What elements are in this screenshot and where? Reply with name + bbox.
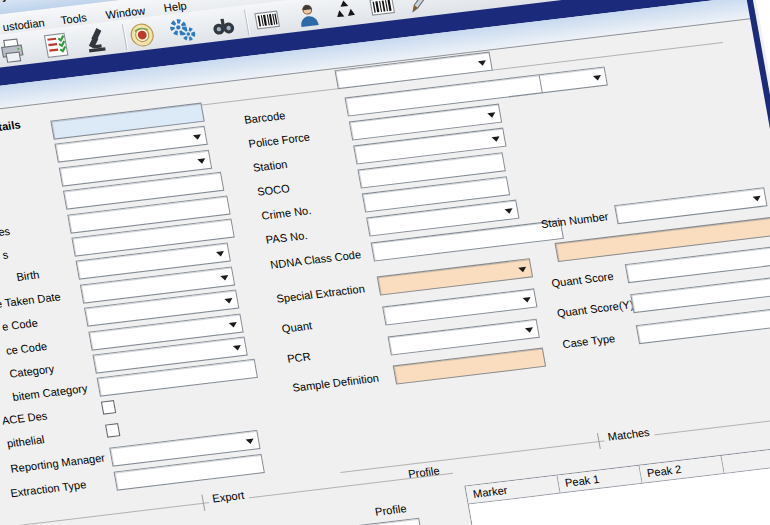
printer-icon xyxy=(0,36,28,65)
chevron-down-icon xyxy=(505,208,514,214)
chevron-down-icon xyxy=(233,345,242,351)
settings-button[interactable] xyxy=(164,13,199,47)
chevron-down-icon xyxy=(216,251,225,257)
chevron-down-icon xyxy=(753,196,762,202)
barcode-icon xyxy=(367,0,398,21)
user-icon xyxy=(293,1,324,30)
chevron-down-icon xyxy=(487,112,496,118)
field-label-pcr: PCR xyxy=(286,350,312,366)
pencil-icon xyxy=(404,0,435,16)
ace-des-checkbox[interactable] xyxy=(101,400,116,415)
badge-logo-icon xyxy=(127,20,158,49)
tasklist-icon xyxy=(41,31,72,60)
print-button[interactable] xyxy=(0,34,30,68)
badge-logo-button[interactable] xyxy=(124,18,159,52)
barcode-icon xyxy=(252,5,283,34)
task-list-button[interactable] xyxy=(38,29,73,63)
chevron-down-icon xyxy=(525,327,534,333)
binoculars-icon xyxy=(208,11,239,40)
gears-icon xyxy=(167,16,198,45)
chevron-down-icon xyxy=(246,438,255,444)
application-window: ey Forensic Services ustodian Tools Wind… xyxy=(0,0,770,525)
chevron-down-icon xyxy=(478,60,487,66)
chevron-down-icon xyxy=(193,134,202,140)
microscope-icon xyxy=(81,26,112,55)
chevron-down-icon xyxy=(197,158,206,164)
chevron-down-icon xyxy=(492,136,501,142)
recycle-button[interactable] xyxy=(327,0,362,27)
search-button[interactable] xyxy=(205,9,240,43)
chevron-down-icon xyxy=(220,275,229,281)
barcode-button[interactable] xyxy=(249,3,284,37)
chevron-down-icon xyxy=(229,322,238,328)
user-button[interactable] xyxy=(290,0,325,32)
chevron-down-icon xyxy=(523,297,532,303)
epithelial-checkbox[interactable] xyxy=(105,423,120,438)
chevron-down-icon xyxy=(593,75,602,81)
chevron-down-icon xyxy=(224,298,233,304)
recycle-icon xyxy=(330,0,361,25)
chevron-down-icon xyxy=(518,267,527,273)
microscope-button[interactable] xyxy=(78,24,113,58)
